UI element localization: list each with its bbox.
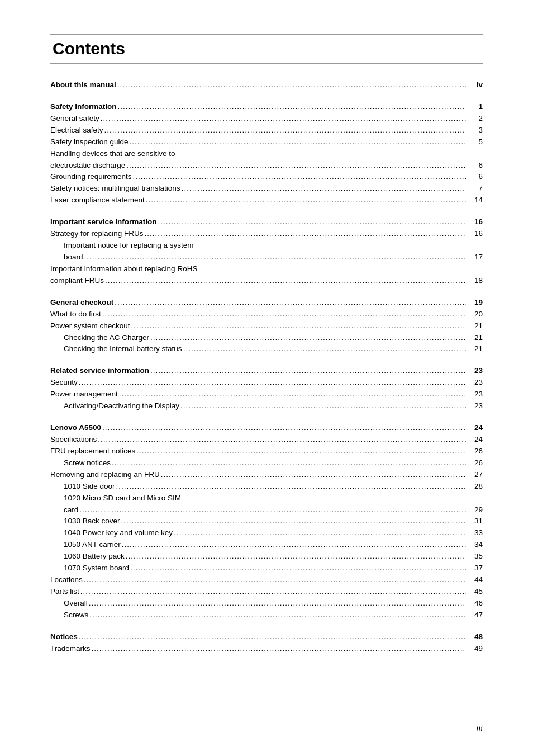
toc-page: 6: [467, 160, 483, 172]
toc-entry: Security ...............................…: [50, 377, 483, 389]
toc-dots: ........................................…: [79, 631, 466, 643]
toc-entry: Trademarks .............................…: [50, 643, 483, 655]
toc-entry: FRU replacement notices ................…: [50, 446, 483, 457]
toc-page: 34: [467, 539, 483, 551]
toc-dots: ........................................…: [79, 504, 466, 516]
toc-entry: Related service information ............…: [50, 365, 483, 377]
toc-page: 21: [467, 343, 483, 355]
table-of-contents: About this manual ......................…: [50, 79, 483, 655]
toc-entry: General checkout .......................…: [50, 297, 483, 309]
toc-page: 21: [467, 332, 483, 344]
toc-label: Grounding requirements: [50, 171, 132, 183]
toc-page: 19: [467, 297, 483, 309]
toc-label: 1070 System board: [64, 563, 129, 574]
toc-label: Checking the internal battery status: [64, 343, 182, 355]
toc-page: 44: [467, 574, 483, 586]
toc-section: Related service information ............…: [50, 365, 483, 412]
toc-label: Overall: [64, 598, 88, 609]
toc-label: 1040 Power key and volume key: [64, 527, 173, 539]
toc-label: Checking the AC Charger: [64, 332, 149, 344]
toc-entry: Lenovo A5500 ...........................…: [50, 422, 483, 434]
toc-page: 37: [467, 563, 483, 574]
toc-entry: About this manual ......................…: [50, 79, 483, 91]
toc-entry: Laser compliance statement .............…: [50, 195, 483, 206]
toc-label: compliant FRUs: [50, 275, 104, 287]
toc-dots: ........................................…: [115, 297, 466, 309]
toc-entry: 1050 ANT carrier .......................…: [50, 539, 483, 551]
toc-page: 23: [467, 365, 483, 377]
toc-dots: ........................................…: [146, 195, 466, 206]
toc-page: 5: [467, 136, 483, 148]
toc-label: Power management: [50, 389, 118, 400]
toc-page: 1: [467, 101, 483, 113]
toc-label: Important service information: [50, 216, 157, 228]
page-title: Contents: [53, 39, 125, 58]
toc-dots: ........................................…: [121, 516, 466, 527]
toc-dots: ........................................…: [126, 160, 466, 172]
toc-label: electrostatic discharge: [50, 160, 125, 172]
toc-entry: 1060 Battery pack ......................…: [50, 551, 483, 563]
toc-dots: ........................................…: [130, 563, 466, 574]
toc-dots: ........................................…: [158, 216, 466, 228]
toc-page: 6: [467, 171, 483, 183]
toc-entry: Specifications .........................…: [50, 434, 483, 446]
toc-dots: ........................................…: [130, 136, 466, 148]
toc-label: Activating/Deactivating the Display: [64, 400, 179, 412]
toc-dots: ........................................…: [102, 422, 466, 434]
toc-section: General checkout .......................…: [50, 297, 483, 356]
toc-section: Safety information .....................…: [50, 101, 483, 206]
toc-page: 45: [467, 586, 483, 598]
toc-dots: ........................................…: [101, 113, 466, 125]
toc-label: card: [64, 504, 78, 516]
toc-label: Screw notices: [64, 457, 111, 469]
toc-label: What to do first: [50, 309, 101, 320]
toc-entry: Checking the internal battery status ...…: [50, 343, 483, 355]
toc-label: Strategy for replacing FRUs: [50, 228, 144, 240]
toc-page: 3: [467, 125, 483, 136]
toc-dots: ........................................…: [79, 377, 466, 389]
toc-label: About this manual: [50, 79, 116, 91]
toc-entry: Parts list .............................…: [50, 586, 483, 598]
toc-entry: What to do first .......................…: [50, 309, 483, 320]
toc-page: 23: [467, 400, 483, 412]
toc-dots: ........................................…: [131, 320, 466, 332]
toc-page: 26: [467, 457, 483, 469]
toc-entry: Important information about replacing Ro…: [50, 263, 483, 275]
toc-entry: Power management .......................…: [50, 389, 483, 400]
toc-page: 48: [467, 631, 483, 643]
toc-label: Screws: [64, 609, 88, 621]
toc-entry: Important service information ..........…: [50, 216, 483, 228]
toc-page: 17: [467, 252, 483, 263]
contents-header: Contents: [50, 34, 483, 64]
toc-page: 23: [467, 377, 483, 389]
toc-entry: Activating/Deactivating the Display ....…: [50, 400, 483, 412]
toc-page: 14: [467, 195, 483, 206]
toc-page: 16: [467, 216, 483, 228]
toc-label: Safety notices: multilingual translation…: [50, 183, 180, 195]
toc-label: General safety: [50, 113, 99, 125]
toc-section: About this manual ......................…: [50, 79, 483, 91]
toc-page: 31: [467, 516, 483, 527]
toc-label: Specifications: [50, 434, 97, 446]
page-number: iii: [476, 725, 483, 734]
toc-label: Removing and replacing an FRU: [50, 469, 160, 481]
toc-page: 27: [467, 469, 483, 481]
toc-label: Safety information: [50, 101, 117, 113]
toc-section: Lenovo A5500 ...........................…: [50, 422, 483, 621]
toc-entry: Checking the AC Charger ................…: [50, 332, 483, 344]
toc-label: FRU replacement notices: [50, 446, 135, 457]
toc-dots: ........................................…: [182, 183, 466, 195]
toc-page: 21: [467, 320, 483, 332]
toc-entry: Important notice for replacing a system: [50, 240, 483, 252]
toc-entry: Handling devices that are sensitive to: [50, 148, 483, 160]
toc-page: 23: [467, 389, 483, 400]
toc-entry: Overall ................................…: [50, 598, 483, 609]
toc-label: Power system checkout: [50, 320, 130, 332]
toc-label: 1050 ANT carrier: [64, 539, 121, 551]
toc-page: 26: [467, 446, 483, 457]
toc-dots: ........................................…: [122, 539, 466, 551]
toc-page: iv: [467, 79, 483, 91]
toc-label: Security: [50, 377, 78, 389]
toc-page: 46: [467, 598, 483, 609]
toc-page: 35: [467, 551, 483, 563]
